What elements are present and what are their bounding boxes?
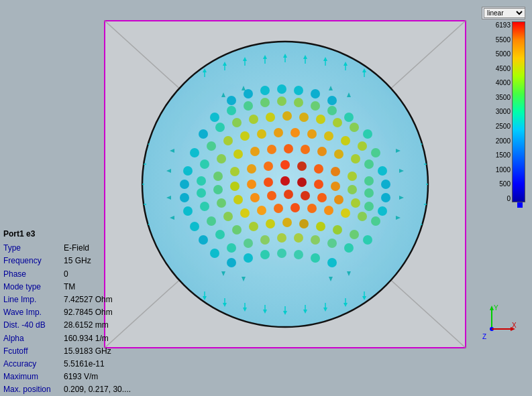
svg-point-86 bbox=[344, 113, 354, 122]
info-key-3: Mode type bbox=[3, 281, 64, 293]
svg-point-176 bbox=[232, 225, 242, 235]
info-key-7: Alpha bbox=[3, 332, 64, 345]
colorbar: linear 6193 5500 5000 4500 4000 3500 300… bbox=[482, 7, 525, 208]
colorbar-label-1: 5500 bbox=[496, 36, 511, 44]
svg-point-200 bbox=[327, 258, 337, 267]
info-row-10: Maximum 6193 V/m bbox=[3, 371, 131, 383]
svg-point-150 bbox=[200, 202, 209, 211]
svg-point-99 bbox=[207, 141, 216, 151]
svg-point-101 bbox=[240, 131, 250, 141]
info-val-7: 160.934 1/m bbox=[64, 332, 109, 345]
svg-point-79 bbox=[227, 106, 236, 115]
svg-point-118 bbox=[317, 147, 327, 156]
info-title: Port1 e3 bbox=[3, 228, 131, 241]
y-axis-label: Y bbox=[494, 304, 498, 312]
svg-point-126 bbox=[230, 167, 240, 176]
svg-point-104 bbox=[290, 128, 300, 137]
svg-marker-60 bbox=[425, 142, 429, 146]
svg-marker-54 bbox=[141, 222, 145, 226]
info-val-0: E-Field bbox=[64, 242, 89, 255]
svg-point-124 bbox=[197, 176, 206, 186]
svg-point-157 bbox=[317, 193, 327, 202]
info-val-8: 15.9183 GHz bbox=[64, 345, 111, 358]
svg-marker-46 bbox=[141, 142, 145, 146]
svg-point-196 bbox=[260, 250, 270, 259]
svg-point-162 bbox=[190, 222, 199, 231]
svg-point-78 bbox=[210, 113, 219, 122]
svg-point-100 bbox=[223, 136, 233, 145]
svg-point-195 bbox=[244, 253, 253, 263]
svg-point-87 bbox=[199, 129, 208, 139]
svg-point-146 bbox=[348, 185, 357, 194]
svg-point-185 bbox=[210, 249, 219, 258]
svg-point-108 bbox=[358, 141, 367, 151]
info-row-1: Frequency 15 GHz bbox=[3, 255, 131, 267]
coordinate-axes: Y Z X bbox=[478, 302, 519, 342]
info-row-11: Max. position 0.209, 0.217, 30.... bbox=[3, 383, 131, 396]
svg-point-161 bbox=[378, 206, 387, 216]
svg-point-120 bbox=[351, 154, 360, 163]
svg-point-147 bbox=[364, 188, 374, 198]
svg-point-155 bbox=[284, 190, 293, 199]
svg-point-75 bbox=[294, 86, 303, 95]
svg-point-170 bbox=[324, 206, 333, 215]
svg-point-129 bbox=[280, 160, 290, 170]
colorbar-gradient bbox=[512, 21, 525, 202]
svg-point-93 bbox=[299, 113, 309, 122]
svg-point-106 bbox=[324, 131, 333, 141]
svg-point-76 bbox=[311, 89, 320, 98]
info-val-11: 0.209, 0.217, 30.... bbox=[64, 383, 131, 396]
svg-point-96 bbox=[350, 123, 359, 132]
svg-point-90 bbox=[249, 115, 258, 124]
colorbar-label-3: 4500 bbox=[496, 65, 511, 72]
svg-point-138 bbox=[213, 185, 223, 194]
field-svg bbox=[104, 20, 466, 348]
svg-point-83 bbox=[294, 98, 303, 107]
info-val-3: TM bbox=[64, 281, 75, 293]
info-key-4: Line Imp. bbox=[3, 293, 64, 306]
info-val-5: 92.7845 Ohm bbox=[64, 306, 113, 319]
info-row-5: Wave Imp. 92.7845 Ohm bbox=[3, 306, 131, 319]
svg-point-145 bbox=[331, 182, 340, 191]
svg-point-94 bbox=[316, 115, 325, 124]
svg-point-82 bbox=[277, 96, 286, 106]
svg-point-174 bbox=[199, 235, 208, 245]
svg-point-121 bbox=[364, 159, 374, 169]
svg-point-175 bbox=[215, 230, 225, 239]
svg-point-131 bbox=[314, 164, 323, 174]
svg-marker-68 bbox=[425, 222, 429, 226]
colorbar-mode-select[interactable]: linear bbox=[484, 8, 525, 18]
svg-point-154 bbox=[267, 191, 276, 200]
svg-marker-44 bbox=[146, 122, 150, 126]
svg-point-135 bbox=[381, 180, 390, 189]
svg-point-109 bbox=[371, 148, 380, 157]
svg-point-85 bbox=[327, 106, 337, 115]
svg-point-130 bbox=[297, 161, 307, 171]
svg-point-81 bbox=[260, 98, 270, 107]
svg-point-119 bbox=[334, 149, 343, 159]
info-key-8: Fcutoff bbox=[3, 345, 64, 358]
info-key-11: Max. position bbox=[3, 383, 64, 396]
svg-point-105 bbox=[307, 129, 317, 139]
colorbar-label-8: 2000 bbox=[496, 137, 511, 145]
svg-marker-66 bbox=[429, 202, 433, 206]
info-row-2: Phase 0 bbox=[3, 268, 131, 281]
svg-point-164 bbox=[223, 212, 233, 221]
colorbar-label-2: 5000 bbox=[496, 50, 511, 58]
svg-point-148 bbox=[381, 193, 390, 202]
svg-point-171 bbox=[341, 208, 350, 218]
svg-point-144 bbox=[314, 180, 323, 189]
svg-point-151 bbox=[217, 198, 226, 208]
svg-point-199 bbox=[311, 253, 320, 263]
svg-point-159 bbox=[351, 198, 360, 208]
svg-point-92 bbox=[282, 111, 292, 121]
svg-point-98 bbox=[190, 148, 199, 157]
svg-point-74 bbox=[277, 84, 286, 94]
svg-point-97 bbox=[363, 129, 372, 139]
svg-point-181 bbox=[316, 222, 325, 231]
svg-point-163 bbox=[207, 216, 216, 226]
svg-point-128 bbox=[264, 161, 273, 171]
svg-point-183 bbox=[350, 230, 359, 239]
svg-point-111 bbox=[200, 159, 209, 169]
info-row-3: Mode type TM bbox=[3, 281, 131, 293]
